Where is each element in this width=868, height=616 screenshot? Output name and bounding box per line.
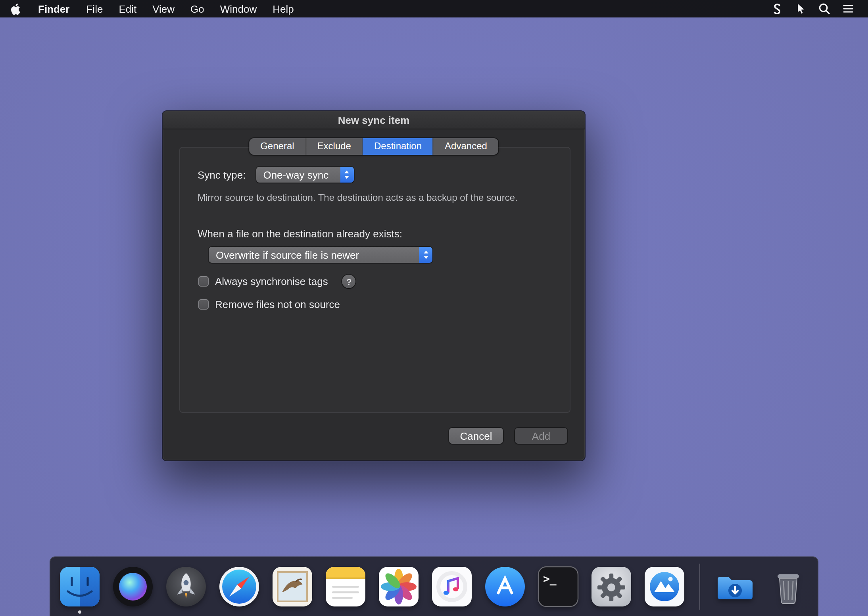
add-button[interactable]: Add [515, 428, 567, 444]
menu-bar-status-area [765, 0, 868, 17]
dialog-title: New sync item [338, 114, 410, 126]
menu-bar: Finder File Edit View Go Window Help [0, 0, 868, 17]
remove-files-row: Remove files not on source [198, 298, 340, 310]
app-store-icon [484, 566, 526, 607]
remove-files-checkbox[interactable] [198, 299, 209, 310]
dock-notes[interactable] [325, 566, 366, 607]
dock-system-preferences[interactable] [591, 566, 632, 607]
pointer-icon[interactable] [789, 0, 812, 17]
siri-icon [112, 566, 154, 607]
dock-music[interactable] [431, 566, 472, 607]
always-sync-tags-row: Always synchronise tags ? [198, 275, 356, 288]
always-sync-tags-label: Always synchronise tags [215, 275, 328, 287]
dock-photos[interactable] [378, 566, 419, 607]
tab-bar: General Exclude Destination Advanced [249, 138, 498, 155]
popup-stepper-icon [419, 247, 432, 263]
trash-icon [768, 566, 809, 607]
notes-icon [325, 566, 366, 607]
dock-downloads[interactable] [714, 566, 756, 607]
exists-popup[interactable]: Overwrite if source file is newer [209, 247, 432, 263]
exists-value: Overwrite if source file is newer [216, 249, 419, 261]
photos-icon [378, 566, 419, 607]
menu-bar-left: Finder File Edit View Go Window Help [0, 0, 302, 17]
safari-icon [219, 566, 260, 607]
dock-mail[interactable] [272, 566, 313, 607]
sync-type-value: One-way sync [263, 169, 340, 181]
dialog-titlebar[interactable]: New sync item [163, 111, 585, 129]
always-sync-tags-checkbox[interactable] [198, 276, 209, 287]
mail-icon [272, 566, 313, 607]
apple-menu[interactable] [0, 0, 29, 17]
dock: >_ [50, 556, 818, 616]
svg-text:>_: >_ [543, 572, 557, 585]
sync-type-label: Sync type: [198, 169, 246, 181]
dock-siri[interactable] [112, 566, 154, 607]
remove-files-label: Remove files not on source [215, 298, 340, 310]
sync-type-description: Mirror source to destination. The destin… [198, 192, 518, 203]
music-icon [431, 566, 472, 607]
dialog-button-row: Cancel Add [449, 428, 567, 444]
menu-go[interactable]: Go [182, 0, 212, 17]
downloads-folder-icon [714, 566, 756, 607]
sync-type-popup[interactable]: One-way sync [256, 167, 353, 183]
menu-app-name[interactable]: Finder [29, 0, 78, 17]
finder-icon [59, 566, 100, 607]
tab-general[interactable]: General [249, 138, 306, 155]
s-status-icon[interactable] [765, 0, 789, 17]
dock-trash[interactable] [768, 566, 809, 607]
menu-window[interactable]: Window [212, 0, 265, 17]
sync-app-icon [644, 566, 685, 607]
tab-destination[interactable]: Destination [363, 138, 434, 155]
sync-type-row: Sync type: One-way sync [198, 167, 353, 183]
dock-divider [699, 564, 700, 610]
spotlight-search-icon[interactable] [812, 0, 836, 17]
popup-stepper-icon [340, 167, 353, 183]
terminal-icon: >_ [538, 566, 579, 607]
dock-safari[interactable] [219, 566, 260, 607]
running-indicator [78, 610, 81, 614]
system-preferences-icon [591, 566, 632, 607]
menu-view[interactable]: View [144, 0, 182, 17]
dock-app-store[interactable] [484, 566, 526, 607]
exists-label: When a file on the destination already e… [198, 228, 402, 240]
tab-advanced[interactable]: Advanced [434, 138, 498, 155]
menu-help[interactable]: Help [265, 0, 302, 17]
cancel-button[interactable]: Cancel [449, 428, 503, 444]
tab-exclude[interactable]: Exclude [306, 138, 363, 155]
menu-edit[interactable]: Edit [111, 0, 144, 17]
menu-file[interactable]: File [78, 0, 111, 17]
dock-terminal[interactable]: >_ [538, 566, 579, 607]
launchpad-icon [165, 566, 207, 607]
menu-list-icon[interactable] [836, 0, 860, 17]
help-button[interactable]: ? [342, 275, 356, 288]
dock-sync-app[interactable] [644, 566, 685, 607]
apple-logo-icon [10, 3, 21, 15]
destination-tab-panel: Sync type: One-way sync Mirror source to… [179, 147, 570, 413]
new-sync-item-dialog: New sync item General Exclude Destinatio… [163, 111, 585, 460]
dock-finder[interactable] [59, 566, 100, 607]
dock-launchpad[interactable] [165, 566, 207, 607]
